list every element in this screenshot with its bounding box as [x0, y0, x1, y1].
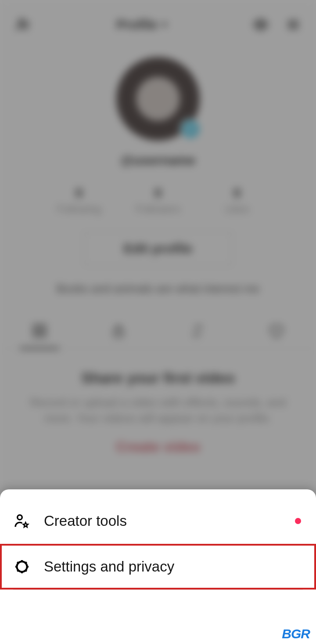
sheet-item-label: Settings and privacy — [44, 558, 174, 575]
gear-icon — [13, 558, 44, 575]
bottom-sheet: Creator tools Settings and privacy — [0, 489, 316, 644]
person-star-icon — [13, 512, 44, 530]
sheet-item-creator-tools[interactable]: Creator tools — [0, 498, 316, 544]
sheet-item-settings-privacy[interactable]: Settings and privacy — [0, 544, 316, 590]
sheet-divider — [13, 590, 303, 590]
notification-dot — [295, 518, 301, 524]
svg-point-8 — [17, 561, 27, 572]
sheet-item-label: Creator tools — [44, 513, 127, 529]
svg-point-7 — [18, 515, 22, 520]
watermark: BGR — [282, 626, 310, 641]
